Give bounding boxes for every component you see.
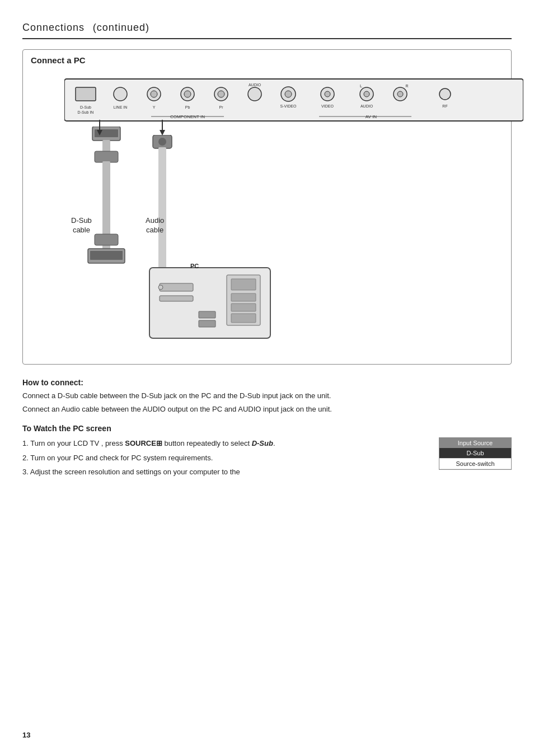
svg-marker-61 — [97, 130, 102, 136]
watch-pc-heading: To Watch the PC screen — [22, 424, 512, 433]
tv-back-panel: D-Sub D-Sub IN LINE IN Y Pb Pr COMPONENT… — [64, 76, 523, 132]
dsub-cable-label: D-Sub cable — [71, 216, 92, 235]
how-to-connect-text2: Connect an Audio cable between the AUDIO… — [22, 404, 512, 415]
source-menu-header: Input Source — [439, 438, 511, 448]
how-to-connect-heading: How to connect: — [22, 378, 512, 387]
source-menu-item-dsub: D-Sub — [439, 448, 511, 459]
audio-cable-label: Audio cable — [146, 216, 164, 235]
svg-rect-59 — [199, 320, 216, 327]
svg-text:AUDIO: AUDIO — [360, 104, 373, 108]
diagram-area: D-Sub D-Sub IN LINE IN Y Pb Pr COMPONENT… — [31, 71, 503, 351]
svg-text:Y: Y — [153, 105, 156, 109]
pc-box — [148, 267, 271, 339]
svg-point-10 — [184, 91, 191, 97]
svg-rect-46 — [158, 147, 166, 270]
connect-pc-section: Connect a PC D-Sub D-Sub IN LINE IN Y Pb — [22, 49, 512, 365]
svg-rect-54 — [231, 279, 256, 290]
section-title: Connect a PC — [31, 55, 503, 65]
svg-rect-57 — [231, 314, 256, 323]
svg-point-4 — [114, 87, 127, 101]
svg-text:Pr: Pr — [219, 105, 224, 109]
svg-text:COMPONENT IN: COMPONENT IN — [170, 114, 205, 119]
svg-text:D-Sub: D-Sub — [80, 105, 91, 109]
svg-point-51 — [158, 285, 163, 290]
dsub-arrow — [96, 120, 104, 136]
steps-list: 1. Turn on your LCD TV , press SOURCE⊞ b… — [22, 437, 428, 480]
source-menu-item-switch: Source-switch — [439, 459, 511, 469]
svg-rect-1 — [76, 87, 96, 101]
svg-text:R: R — [405, 84, 408, 88]
svg-point-7 — [151, 91, 157, 97]
step-1: 1. Turn on your LCD TV , press SOURCE⊞ b… — [22, 437, 428, 449]
pc-box-label: PC — [190, 262, 199, 270]
page-title: Connections (continued) — [22, 17, 512, 35]
svg-text:RF: RF — [442, 104, 447, 108]
svg-point-29 — [397, 91, 403, 97]
svg-text:D-Sub IN: D-Sub IN — [78, 110, 94, 114]
step-3: 3. Adjust the screen resolution and sett… — [22, 466, 428, 478]
svg-rect-55 — [231, 293, 256, 301]
svg-text:L: L — [360, 84, 362, 88]
svg-text:Pb: Pb — [185, 105, 190, 109]
dsub-bold: D-Sub — [252, 439, 273, 447]
svg-point-17 — [248, 87, 261, 101]
how-to-connect-section: How to connect: Connect a D-Sub cable be… — [22, 378, 512, 415]
source-menu: Input Source D-Sub Source-switch — [439, 437, 512, 470]
watch-pc-section: To Watch the PC screen 1. Turn on your L… — [22, 424, 512, 480]
svg-text:AV IN: AV IN — [366, 114, 377, 119]
svg-point-23 — [325, 91, 330, 97]
svg-text:AUDIO: AUDIO — [249, 83, 261, 87]
svg-rect-50 — [160, 283, 193, 291]
svg-point-34 — [439, 88, 451, 100]
svg-text:LINE IN: LINE IN — [114, 105, 128, 109]
step-2: 2. Turn on your PC and check for PC syst… — [22, 452, 428, 464]
svg-point-26 — [364, 91, 369, 97]
svg-text:VIDEO: VIDEO — [321, 104, 334, 108]
svg-point-13 — [218, 91, 224, 97]
svg-rect-58 — [199, 311, 216, 318]
svg-rect-42 — [90, 251, 123, 260]
svg-rect-52 — [160, 296, 193, 301]
svg-rect-43 — [95, 234, 118, 245]
svg-rect-56 — [231, 304, 256, 311]
source-bold: SOURCE⊞ — [125, 439, 162, 447]
svg-marker-63 — [160, 130, 165, 136]
svg-rect-0 — [64, 79, 523, 121]
svg-text:S-VIDEO: S-VIDEO — [280, 104, 297, 108]
steps-row: 1. Turn on your LCD TV , press SOURCE⊞ b… — [22, 437, 512, 480]
how-to-connect-text1: Connect a D-Sub cable between the D-Sub … — [22, 390, 512, 402]
audio-arrow — [158, 120, 166, 136]
svg-point-45 — [158, 138, 166, 146]
svg-rect-39 — [95, 151, 118, 162]
svg-point-20 — [285, 91, 292, 97]
page-header: Connections (continued) — [22, 17, 512, 39]
page-number: 13 — [22, 731, 30, 739]
